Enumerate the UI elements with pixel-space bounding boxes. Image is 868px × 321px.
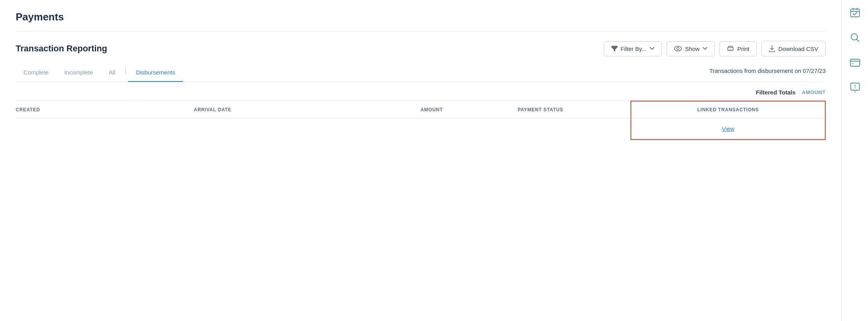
- filter-icon: [611, 46, 618, 51]
- svg-rect-3: [728, 49, 732, 51]
- show-label: Show: [685, 45, 700, 52]
- cell-created: [16, 118, 194, 140]
- table-row: View: [16, 118, 825, 140]
- svg-rect-7: [852, 63, 854, 64]
- cell-amount: [420, 118, 518, 140]
- svg-rect-4: [851, 9, 859, 17]
- download-csv-label: Download CSV: [778, 45, 818, 52]
- tab-complete[interactable]: Complete: [16, 64, 56, 82]
- filtered-totals-amount: AMOUNT: [802, 89, 826, 95]
- svg-rect-6: [850, 59, 860, 66]
- filter-by-label: Filter By...: [621, 45, 647, 52]
- right-sidebar: !: [841, 0, 868, 321]
- tab-separator: |: [125, 66, 127, 80]
- page-title: Payments: [16, 11, 826, 23]
- show-chevron-icon: [703, 47, 707, 50]
- section-header: Transaction Reporting Filter By...: [16, 41, 826, 56]
- svg-point-1: [677, 47, 679, 50]
- svg-text:!: !: [854, 84, 856, 89]
- cell-payment-status: [518, 118, 631, 140]
- svg-point-0: [674, 46, 681, 51]
- alert-message-icon[interactable]: !: [847, 80, 863, 96]
- tabs-row: Complete Incomplete All | Disbursements …: [16, 64, 826, 82]
- tab-incomplete[interactable]: Incomplete: [56, 64, 101, 82]
- title-divider: [16, 31, 826, 31]
- tab-all[interactable]: All: [101, 64, 123, 82]
- filtered-totals-label: Filtered Totals: [756, 89, 796, 96]
- search-icon[interactable]: [847, 30, 863, 45]
- data-table: CREATED ARRIVAL DATE AMOUNT PAYMENT STAT…: [16, 101, 826, 140]
- tabs-left: Complete Incomplete All | Disbursements: [16, 64, 183, 82]
- page-container: Payments Transaction Reporting Filter By…: [0, 0, 841, 321]
- download-csv-button[interactable]: Download CSV: [761, 41, 826, 56]
- filter-by-button[interactable]: Filter By...: [604, 41, 662, 56]
- section-title: Transaction Reporting: [16, 44, 107, 54]
- col-header-created: CREATED: [16, 101, 194, 118]
- toolbar: Filter By... Show: [604, 41, 826, 56]
- tab-disbursements[interactable]: Disbursements: [128, 64, 183, 82]
- eye-icon: [674, 46, 682, 51]
- cell-arrival-date: [194, 118, 420, 140]
- col-header-linked-transactions: LINKED TRANSACTIONS: [631, 101, 825, 118]
- table-header-row: CREATED ARRIVAL DATE AMOUNT PAYMENT STAT…: [16, 101, 825, 118]
- col-header-payment-status: PAYMENT STATUS: [518, 101, 631, 118]
- download-icon: [769, 45, 775, 52]
- filtered-totals-row: Filtered Totals AMOUNT: [16, 82, 826, 101]
- disbursement-info: Transactions from disbursement on 07/27/…: [709, 67, 826, 79]
- view-link[interactable]: View: [722, 125, 734, 132]
- show-button[interactable]: Show: [667, 41, 715, 56]
- cell-linked-transactions: View: [631, 118, 825, 140]
- main-content: Payments Transaction Reporting Filter By…: [0, 0, 841, 321]
- print-button[interactable]: Print: [719, 41, 757, 56]
- col-header-arrival-date: ARRIVAL DATE: [194, 101, 420, 118]
- print-label: Print: [737, 45, 749, 52]
- col-header-amount: AMOUNT: [420, 101, 518, 118]
- credit-card-icon[interactable]: [847, 55, 863, 71]
- filter-chevron-icon: [650, 47, 654, 50]
- print-icon: [727, 45, 734, 52]
- calendar-check-icon[interactable]: [847, 5, 863, 20]
